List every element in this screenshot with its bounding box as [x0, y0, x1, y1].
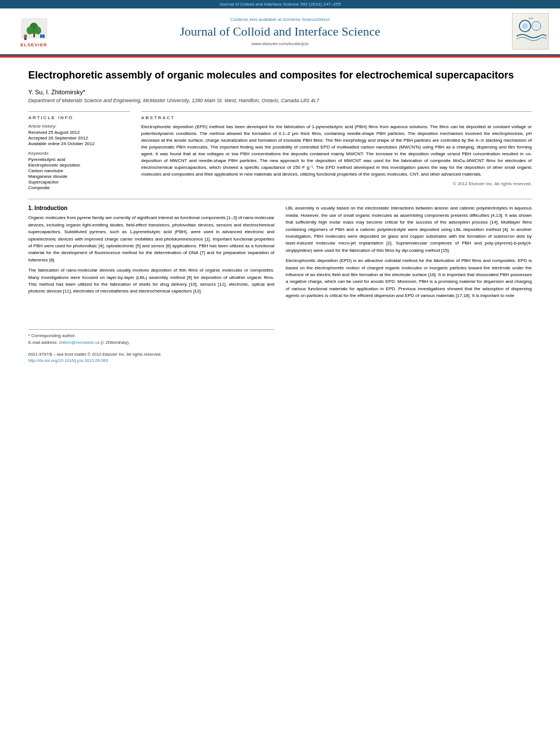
journal-title: Journal of Colloid and Interface Science — [56, 24, 504, 39]
journal-top-bar: Journal of Colloid and Interface Science… — [0, 0, 560, 8]
issn-footnote: 0021-9797/$ – see front matter © 2012 El… — [28, 351, 274, 363]
svg-point-10 — [522, 23, 528, 29]
right-para-1: LBL assembly is usually based on the ele… — [286, 205, 532, 254]
elsevier-label: ELSEVIER — [20, 42, 47, 47]
keyword-6: Composite — [28, 185, 130, 190]
authors-text: Y. Su, I. Zhitomirsky* — [28, 89, 85, 95]
doi-line: http://dx.doi.org/10.1016/j.jcis.2012.09… — [28, 358, 274, 363]
authors-line: Y. Su, I. Zhitomirsky* — [28, 89, 532, 95]
journal-center: Contents lists available at SciVerse Sci… — [56, 17, 504, 46]
sciverse-link[interactable]: SciVerse ScienceDirect — [283, 17, 330, 22]
keyword-4: Manganese dioxide — [28, 174, 130, 179]
article-info-panel: ARTICLE INFO Article history: Received 2… — [28, 111, 130, 191]
body-left-col: 1. Introduction Organic molecules from p… — [28, 205, 274, 364]
svg-point-3 — [27, 27, 33, 34]
journal-header: ELSEVIER Contents lists available at Sci… — [0, 8, 560, 55]
article-title: Electrophoretic assembly of organic mole… — [28, 69, 532, 82]
elsevier-logo: ELSEVIER — [11, 16, 56, 47]
svg-point-4 — [34, 27, 41, 34]
copyright-line: © 2012 Elsevier Inc. All rights reserved… — [141, 181, 532, 186]
body-content: 1. Introduction Organic molecules from p… — [28, 205, 532, 364]
keywords-label: Keywords: — [28, 151, 130, 156]
keyword-3: Carbon nanotube — [28, 168, 130, 173]
email-link[interactable]: zhitom@mcmaster.ca — [59, 340, 99, 345]
intro-para-2: The fabrication of nano-molecular device… — [28, 267, 274, 295]
info-abstract-row: ARTICLE INFO Article history: Received 2… — [28, 111, 532, 191]
corresponding-author-note: * Corresponding author. — [28, 333, 274, 338]
body-right-col: LBL assembly is usually based on the ele… — [286, 205, 532, 364]
journal-citation: Journal of Colloid and Interface Science… — [219, 2, 341, 7]
abstract-title: ABSTRACT — [141, 115, 532, 120]
intro-para-1: Organic molecules from pyrene family are… — [28, 215, 274, 264]
right-para-2: Electrophoretic deposition (EPD) is an a… — [286, 257, 532, 299]
received-date: Received 25 August 2012 — [28, 130, 130, 135]
sciverse-line: Contents lists available at SciVerse Sci… — [56, 17, 504, 22]
section-divider — [28, 199, 532, 199]
keywords-section: Keywords: Pyrenebutyric acid Electrophor… — [28, 151, 130, 190]
footnote-area: * Corresponding author. E-mail address: … — [28, 329, 274, 345]
doi-link[interactable]: http://dx.doi.org/10.1016/j.jcis.2012.09… — [28, 358, 108, 363]
available-date: Available online 24 October 2012 — [28, 141, 130, 146]
keyword-2: Electrophoretic deposition — [28, 163, 130, 168]
main-content: Electrophoretic assembly of organic mole… — [0, 58, 560, 375]
svg-point-12 — [534, 24, 539, 28]
issn-line: 0021-9797/$ – see front matter © 2012 El… — [28, 352, 274, 357]
email-line: E-mail address: zhitom@mcmaster.ca (I. Z… — [28, 340, 274, 345]
keyword-1: Pyrenebutyric acid — [28, 157, 130, 162]
history-label: Article history: — [28, 124, 130, 129]
intro-heading: 1. Introduction — [28, 205, 274, 211]
affiliation: Department of Materials Science and Engi… — [28, 98, 532, 103]
journal-logo-right: JCIS — [504, 13, 549, 50]
svg-rect-6 — [24, 37, 27, 40]
accepted-date: Accepted 26 September 2012 — [28, 136, 130, 141]
article-info-title: ARTICLE INFO — [28, 115, 130, 120]
abstract-text: Electrophoretic deposition (EPD) method … — [141, 124, 532, 178]
abstract-panel: ABSTRACT Electrophoretic deposition (EPD… — [141, 111, 532, 191]
keyword-5: Supercapacitor — [28, 180, 130, 185]
svg-text:JCIS: JCIS — [528, 17, 533, 20]
journal-url: www.elsevier.com/locate/jcis — [56, 41, 504, 46]
journal-logo-box: JCIS — [512, 13, 549, 50]
